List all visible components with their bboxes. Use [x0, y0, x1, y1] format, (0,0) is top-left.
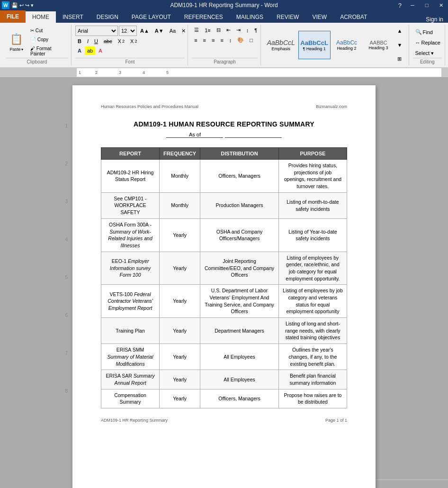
tab-insert[interactable]: INSERT — [56, 11, 90, 23]
table-row: VETS-100 Federal Contractor Veterans' Em… — [101, 285, 347, 318]
justify-button[interactable]: ≡ — [218, 36, 225, 45]
as-of-line — [225, 132, 282, 138]
tab-references[interactable]: REFERENCES — [178, 11, 230, 23]
style-emphasis[interactable]: AaBbCcL Emphasis — [265, 31, 297, 59]
increase-indent-button[interactable]: ⇥ — [234, 26, 243, 35]
table-row: ERISA SAR Summary Annual Report Yearly A… — [101, 370, 347, 389]
heading3-label: Heading 3 — [369, 45, 388, 50]
sign-in[interactable]: Sign in — [426, 16, 448, 23]
report-table: REPORT FREQUENCY DISTRIBUTION PURPOSE AD… — [101, 147, 347, 408]
clear-format-button[interactable]: ✕ — [179, 27, 188, 36]
highlight-button[interactable]: ab — [85, 46, 95, 55]
footer-right: Page 1 of 1 — [325, 418, 347, 423]
group-paragraph: ☰ 1≡ ⊟ ⇤ ⇥ ↕ ¶ ≡ ≡ ≡ ≡ ↕ 🎨 □ Paragraph — [189, 25, 261, 65]
strikethrough-button[interactable]: abc — [101, 37, 115, 45]
text-effect-button[interactable]: A — [75, 46, 84, 55]
purpose-cell: Listing of month-to-date safety incident… — [278, 192, 347, 218]
font-grow-button[interactable]: A▲ — [138, 27, 152, 35]
select-button[interactable]: Select ▾ — [413, 49, 443, 58]
maximize-btn[interactable]: □ — [420, 0, 434, 10]
styles-gallery: AaBbCcL Emphasis AaBbCcL ¶ Heading 1 AaB… — [265, 26, 394, 64]
report-cell: ERISA SMM Summary of Material Modificati… — [101, 344, 160, 370]
tab-view[interactable]: VIEW — [305, 11, 333, 23]
format-painter-button[interactable]: 🖌 Format Painter — [28, 45, 68, 58]
italic-button[interactable]: I — [85, 37, 91, 45]
table-header-row: REPORT FREQUENCY DISTRIBUTION PURPOSE — [101, 148, 347, 160]
multilevel-button[interactable]: ⊟ — [214, 26, 223, 35]
title-bar-text: ADM109-1 HR Reporting Summary - Word — [170, 2, 278, 9]
frequency-cell: Monthly — [160, 160, 200, 193]
line-spacing-button[interactable]: ↕ — [227, 36, 234, 45]
document-title: ADM109-1 HUMAN RESOURCE REPORTING SUMMAR… — [101, 120, 347, 128]
ruler-container: 1 2 3 4 5 — [0, 67, 448, 78]
replace-button[interactable]: ↔ Replace — [413, 38, 443, 47]
tab-file[interactable]: FILE — [0, 10, 26, 23]
frequency-cell: Yearly — [160, 218, 200, 252]
window-controls: ? ─ □ ✕ — [394, 0, 448, 10]
tab-page-layout[interactable]: PAGE LAYOUT — [125, 11, 178, 23]
bold-button[interactable]: B — [75, 37, 84, 45]
numbering-button[interactable]: 1≡ — [202, 26, 213, 35]
header-right: Bizmanualz.com — [316, 104, 347, 109]
ruler-right-margin — [441, 68, 448, 77]
group-styles: AaBbCcL Emphasis AaBbCcL ¶ Heading 1 AaB… — [262, 25, 409, 65]
align-left-button[interactable]: ≡ — [192, 36, 199, 45]
subscript-button[interactable]: X2 — [116, 37, 127, 45]
purpose-cell: Listing of Year-to-date safety incidents — [278, 218, 347, 252]
change-case-button[interactable]: Aa — [167, 27, 178, 35]
superscript-button[interactable]: X2 — [128, 37, 139, 45]
col-distribution: DISTRIBUTION — [200, 148, 279, 160]
table-row: See CMP101 - WORKPLACE SAFETY Monthly Pr… — [101, 192, 347, 218]
ruler[interactable]: 1 2 3 4 5 — [77, 68, 441, 77]
document-page: Human Resources Policies and Procedures … — [72, 85, 376, 488]
style-heading3[interactable]: AABBC Heading 3 — [363, 31, 394, 59]
quick-access: 💾 ↩ ↪ ▾ — [11, 2, 34, 9]
font-size-select[interactable]: 12 — [119, 26, 137, 36]
tab-review[interactable]: REVIEW — [270, 11, 305, 23]
shading-button[interactable]: 🎨 — [235, 36, 246, 45]
close-btn[interactable]: ✕ — [434, 0, 448, 10]
distribution-cell: Production Managers — [200, 192, 279, 218]
help-btn[interactable]: ? — [394, 0, 405, 10]
sort-button[interactable]: ↕ — [244, 26, 251, 35]
document-subtitle: As of — [101, 132, 347, 138]
cut-button[interactable]: ✂ Cut — [28, 27, 68, 35]
border-button[interactable]: □ — [247, 36, 255, 45]
underline-button[interactable]: U — [92, 37, 100, 45]
tab-acrobat[interactable]: ACROBAT — [333, 11, 374, 23]
distribution-cell: All Employees — [200, 344, 279, 370]
page-area: 1 2 3 4 5 6 7 8 Human Resources Policies… — [0, 78, 448, 488]
decrease-indent-button[interactable]: ⇤ — [224, 26, 233, 35]
frequency-cell: Yearly — [160, 344, 200, 370]
distribution-cell: All Employees — [200, 370, 279, 389]
font-shrink-button[interactable]: A▼ — [152, 27, 166, 35]
frequency-cell: Yearly — [160, 370, 200, 389]
style-heading2[interactable]: AaBbCc Heading 2 — [332, 31, 362, 59]
show-formatting-button[interactable]: ¶ — [252, 26, 260, 35]
style-heading1[interactable]: AaBbCcL ¶ Heading 1 — [298, 31, 331, 59]
copy-button[interactable]: 📄 Copy — [28, 36, 68, 44]
report-cell: VETS-100 Federal Contractor Veterans' Em… — [101, 285, 160, 318]
frequency-cell: Yearly — [160, 389, 200, 408]
purpose-cell: Listing of long and short-range needs, w… — [278, 318, 347, 344]
find-button[interactable]: 🔍 Find — [413, 27, 443, 36]
align-right-button[interactable]: ≡ — [209, 36, 217, 45]
font-name-select[interactable]: Arial — [75, 26, 118, 36]
styles-up-button[interactable]: ▲ — [395, 27, 405, 35]
ruler-left-margin — [70, 68, 77, 77]
tab-design[interactable]: DESIGN — [90, 11, 125, 23]
tab-mailings[interactable]: MAILINGS — [230, 11, 270, 23]
paste-button[interactable]: 📋 — [6, 32, 27, 47]
styles-more-button[interactable]: ⊞ — [395, 54, 405, 63]
align-center-button[interactable]: ≡ — [201, 36, 208, 45]
group-font: Arial 12 A▲ A▼ Aa ✕ B I U abc X2 X2 A ab… — [72, 25, 188, 65]
minimize-btn[interactable]: ─ — [405, 0, 420, 10]
report-cell: See CMP101 - WORKPLACE SAFETY — [101, 192, 160, 218]
font-color-button[interactable]: A — [96, 46, 104, 55]
styles-down-button[interactable]: ▼ — [395, 41, 405, 49]
purpose-cell: Listing of employees by gender, race/eth… — [278, 252, 347, 285]
tab-home[interactable]: HOME — [26, 11, 56, 23]
heading2-label: Heading 2 — [337, 46, 357, 51]
bullets-button[interactable]: ☰ — [192, 26, 201, 35]
purpose-cell: Listing of employees by job category and… — [278, 285, 347, 318]
